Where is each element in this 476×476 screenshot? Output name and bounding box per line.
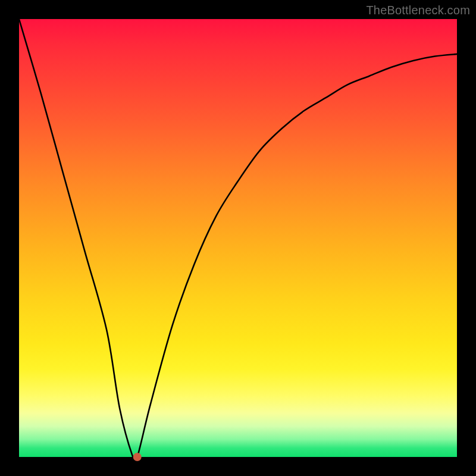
chart-plot-area — [19, 19, 457, 457]
chart-frame: TheBottleneck.com — [0, 0, 476, 476]
watermark-text: TheBottleneck.com — [366, 4, 470, 17]
chart-svg — [19, 19, 457, 457]
min-point-marker — [133, 453, 142, 461]
bottleneck-curve-line — [19, 19, 457, 464]
